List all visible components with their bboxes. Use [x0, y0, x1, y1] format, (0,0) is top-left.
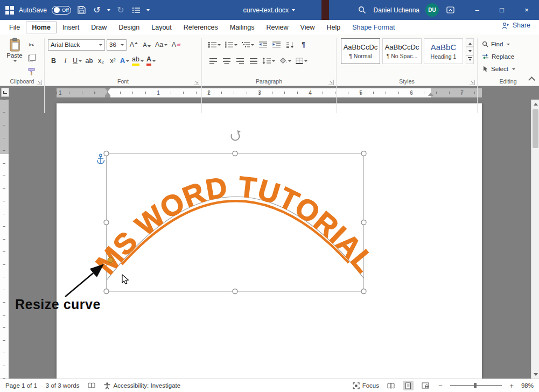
find-button[interactable]: Find [480, 38, 515, 50]
right-indent-marker[interactable] [428, 93, 433, 96]
zoom-slider[interactable] [450, 385, 502, 386]
justify-button[interactable] [248, 55, 259, 67]
tab-shape-format[interactable]: Shape Format [346, 22, 401, 33]
replace-button[interactable]: Replace [480, 51, 515, 62]
numbering-button[interactable] [224, 39, 239, 51]
tab-references[interactable]: References [178, 22, 224, 33]
tab-insert[interactable]: Insert [57, 22, 85, 33]
zoom-slider-thumb[interactable] [474, 383, 477, 388]
styles-scroll-up[interactable] [466, 38, 474, 47]
clear-formatting-button[interactable]: A [170, 39, 181, 51]
tab-review[interactable]: Review [261, 22, 295, 33]
increase-indent-button[interactable] [271, 39, 282, 51]
left-indent-marker[interactable] [105, 95, 110, 97]
vertical-ruler[interactable] [0, 100, 9, 379]
document-title[interactable]: curve-text.docx [178, 0, 361, 20]
style-normal[interactable]: AaBbCcDc ¶ Normal [341, 38, 380, 64]
maximize-button[interactable]: □ [489, 0, 514, 20]
proofing-icon[interactable] [88, 382, 95, 389]
subscript-button[interactable]: x₂ [95, 55, 107, 67]
copy-button[interactable] [26, 52, 37, 64]
zoom-out-button[interactable]: − [437, 382, 444, 390]
styles-dialog-launcher[interactable]: ↘ [470, 80, 475, 85]
page[interactable] [57, 103, 482, 379]
print-layout-button[interactable] [403, 381, 414, 390]
font-size-select[interactable]: 36 [107, 39, 127, 51]
tab-draw[interactable]: Draw [85, 22, 113, 33]
tab-stop-selector[interactable] [1, 88, 9, 97]
paragraph-dialog-launcher[interactable]: ↘ [328, 80, 334, 85]
page-indicator[interactable]: Page 1 of 1 [5, 382, 37, 389]
first-line-indent-marker[interactable] [105, 88, 110, 92]
zoom-in-button[interactable]: + [508, 382, 515, 390]
user-name[interactable]: Daniel Uchenna [374, 6, 419, 14]
horizontal-ruler[interactable]: 1 1 2 3 4 5 6 7 [57, 88, 482, 97]
styles-more-button[interactable] [466, 55, 474, 64]
autosave-toggle[interactable]: Off [52, 6, 71, 15]
tab-view[interactable]: View [295, 22, 321, 33]
show-formatting-button[interactable]: ¶ [298, 39, 309, 51]
paste-button[interactable]: Paste [4, 38, 25, 62]
app-icon[interactable] [5, 6, 14, 15]
undo-dropdown-icon[interactable] [107, 9, 110, 13]
focus-button[interactable]: Focus [353, 382, 379, 389]
borders-button[interactable] [295, 55, 309, 67]
web-layout-button[interactable] [420, 381, 431, 390]
sort-button[interactable] [284, 39, 296, 51]
close-button[interactable]: × [514, 0, 539, 20]
font-dialog-launcher[interactable]: ↘ [194, 80, 199, 85]
clipboard-dialog-launcher[interactable]: ↘ [37, 80, 42, 85]
shrink-font-button[interactable]: A [141, 39, 152, 51]
line-spacing-button[interactable] [261, 55, 276, 67]
undo-button[interactable]: ↺ [92, 4, 102, 16]
highlight-button[interactable]: ab [131, 55, 145, 67]
scrollbar-thumb[interactable] [533, 109, 538, 148]
style-heading-1[interactable]: AaBbC Heading 1 [424, 38, 463, 64]
style-no-spacing[interactable]: AaBbCcDc ¶ No Spac... [382, 38, 422, 64]
shading-button[interactable] [278, 55, 292, 67]
minimize-button[interactable]: – [465, 0, 489, 20]
avatar[interactable]: DU [425, 3, 439, 17]
redo-button[interactable]: ↻ [115, 4, 126, 16]
accessibility-status[interactable]: Accessibility: Investigate [104, 382, 180, 389]
font-color-button[interactable]: A [145, 55, 157, 67]
line-spacing-icon [262, 58, 271, 64]
underline-button[interactable]: U [72, 55, 83, 67]
tab-home[interactable]: Home [26, 22, 57, 33]
italic-button[interactable]: I [60, 55, 71, 67]
bold-button[interactable]: B [48, 55, 59, 67]
bullets-button[interactable] [207, 39, 222, 51]
search-icon[interactable] [357, 4, 368, 16]
change-case-button[interactable]: Aa [154, 39, 169, 51]
word-count[interactable]: 3 of 3 words [46, 382, 80, 389]
qat-chevron-icon[interactable] [146, 9, 150, 13]
select-button[interactable]: Select [480, 63, 515, 74]
text-effects-button[interactable]: A [119, 55, 130, 67]
tab-layout[interactable]: Layout [145, 22, 178, 33]
read-mode-button[interactable] [386, 381, 396, 390]
decrease-indent-button[interactable] [257, 39, 269, 51]
scroll-up-button[interactable] [531, 100, 539, 108]
superscript-button[interactable]: x² [107, 55, 118, 67]
tab-help[interactable]: Help [320, 22, 346, 33]
format-painter-button[interactable] [26, 66, 37, 78]
align-left-button[interactable] [207, 55, 219, 67]
align-right-button[interactable] [234, 55, 246, 67]
tab-design[interactable]: Design [113, 22, 145, 33]
multilevel-list-button[interactable] [241, 39, 255, 51]
more-commands-icon[interactable] [131, 4, 142, 16]
vertical-scrollbar[interactable] [531, 100, 539, 379]
tab-mailings[interactable]: Mailings [224, 22, 261, 33]
ribbon-display-options-icon[interactable] [445, 4, 456, 16]
share-button[interactable]: Share [502, 22, 530, 29]
save-icon[interactable] [76, 4, 87, 16]
scroll-down-button[interactable] [531, 370, 539, 379]
cut-button[interactable]: ✂ [26, 39, 37, 51]
font-family-select[interactable]: Arial Black [48, 39, 105, 51]
tab-file[interactable]: File [3, 22, 26, 33]
styles-scroll-down[interactable] [466, 47, 474, 55]
strikethrough-button[interactable]: ab [83, 55, 95, 67]
grow-font-button[interactable]: A [128, 39, 139, 51]
zoom-level[interactable]: 98% [521, 382, 534, 389]
align-center-button[interactable] [221, 55, 232, 67]
